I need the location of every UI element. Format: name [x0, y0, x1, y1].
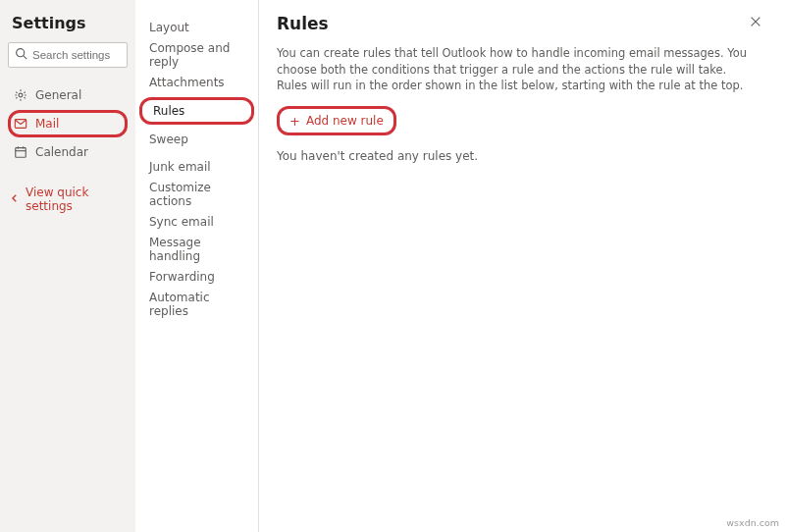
svg-point-0	[17, 49, 25, 57]
subnav-item-automatic-replies[interactable]: Automatic replies	[135, 291, 258, 318]
page-title: Settings	[8, 10, 128, 42]
subnav-item-layout[interactable]: Layout	[135, 14, 258, 41]
nav-item-label: Mail	[35, 117, 59, 131]
nav-item-calendar[interactable]: Calendar	[8, 138, 128, 166]
settings-nav: Settings General Mail Calendar	[0, 0, 135, 532]
nav-item-label: General	[35, 88, 81, 102]
add-new-rule-button[interactable]: + Add new rule	[277, 106, 396, 135]
rules-description: You can create rules that tell Outlook h…	[277, 45, 758, 94]
close-icon	[749, 15, 762, 32]
svg-point-2	[19, 93, 23, 97]
chevron-left-icon	[10, 192, 20, 206]
view-quick-settings-link[interactable]: View quick settings	[8, 186, 128, 213]
close-button[interactable]	[744, 12, 767, 35]
mail-icon	[14, 117, 27, 131]
nav-item-mail[interactable]: Mail	[8, 110, 128, 137]
subnav-item-compose-reply[interactable]: Compose and reply	[135, 41, 258, 69]
empty-state-message: You haven't created any rules yet.	[277, 149, 767, 163]
add-rule-label: Add new rule	[306, 114, 384, 128]
search-icon	[15, 47, 27, 63]
calendar-icon	[14, 145, 27, 159]
nav-item-general[interactable]: General	[8, 81, 128, 109]
subnav-item-rules[interactable]: Rules	[139, 97, 254, 125]
gear-icon	[14, 88, 27, 102]
subnav-item-message-handling[interactable]: Message handling	[135, 236, 258, 263]
mail-subnav: Layout Compose and reply Attachments Rul…	[135, 0, 259, 532]
svg-line-1	[24, 56, 26, 59]
subnav-item-attachments[interactable]: Attachments	[135, 69, 258, 96]
subnav-item-forwarding[interactable]: Forwarding	[135, 263, 258, 291]
search-input-wrap[interactable]	[8, 42, 128, 68]
subnav-item-sync-email[interactable]: Sync email	[135, 208, 258, 236]
svg-rect-4	[16, 148, 26, 158]
quick-settings-label: View quick settings	[26, 186, 128, 213]
main-title: Rules	[277, 14, 329, 33]
main-panel: Rules You can create rules that tell Out…	[259, 0, 785, 532]
subnav-item-customize-actions[interactable]: Customize actions	[135, 181, 258, 208]
watermark: wsxdn.com	[726, 517, 779, 528]
subnav-item-sweep[interactable]: Sweep	[135, 126, 258, 153]
nav-item-label: Calendar	[35, 145, 88, 159]
subnav-item-junk-email[interactable]: Junk email	[135, 153, 258, 181]
plus-icon: +	[289, 115, 300, 128]
